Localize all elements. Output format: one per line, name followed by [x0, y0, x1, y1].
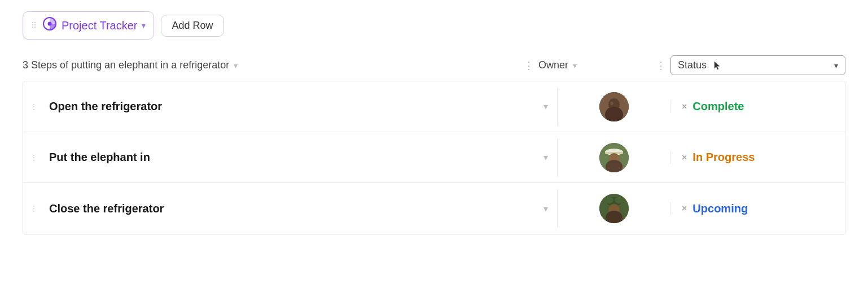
drag-handle-icon: ⠿ [31, 21, 37, 30]
cursor-icon [713, 60, 721, 71]
owner-column-header[interactable]: Owner ▾ [538, 59, 651, 71]
task-table: ⋮ Open the refrigerator ▾ × Complete ⋮ P… [23, 81, 845, 234]
project-tracker-label: Project Tracker [62, 19, 137, 32]
status-cell-2: × In Progress [670, 151, 845, 164]
avatar-1 [599, 92, 629, 121]
table-row: ⋮ Put the elephant in ▾ × In Progress [23, 132, 845, 183]
owner-cell-1 [557, 88, 670, 126]
add-row-label: Add Row [172, 20, 213, 32]
task-chevron-icon[interactable]: ▾ [234, 61, 238, 70]
status-clear-3[interactable]: × [682, 203, 687, 214]
task-name-3: Close the refrigerator [45, 202, 534, 215]
add-row-button[interactable]: Add Row [161, 15, 223, 37]
owner-column-label: Owner [538, 59, 568, 71]
table-row: ⋮ Open the refrigerator ▾ × Complete [23, 81, 845, 132]
row-drag-handle-icon[interactable]: ⋮ [23, 204, 45, 213]
status-chevron-icon[interactable]: ▾ [834, 61, 838, 70]
status-column-header[interactable]: Status ▾ [670, 55, 845, 75]
status-label-1[interactable]: Complete [692, 100, 744, 113]
status-cell-3: × Upcoming [670, 202, 845, 215]
task-column-dots-icon[interactable]: ⋮ [524, 59, 534, 72]
owner-column-dots-icon[interactable]: ⋮ [656, 59, 666, 72]
row-drag-handle-icon[interactable]: ⋮ [23, 153, 45, 162]
top-bar: ⠿ Project Tracker ▾ Add Row [23, 11, 845, 40]
avatar-3 [599, 194, 629, 223]
status-label-3[interactable]: Upcoming [692, 202, 748, 215]
chevron-down-icon: ▾ [142, 21, 146, 30]
svg-point-5 [610, 102, 613, 105]
project-tracker-button[interactable]: ⠿ Project Tracker ▾ [23, 11, 154, 40]
column-headers: 3 Steps of putting an elephant in a refr… [23, 55, 845, 81]
task-column-label: 3 Steps of putting an elephant in a refr… [23, 59, 229, 71]
status-clear-1[interactable]: × [682, 102, 687, 112]
owner-cell-3 [557, 189, 670, 228]
status-clear-2[interactable]: × [682, 153, 687, 163]
table-row: ⋮ Close the refrigerator ▾ × Upcoming [23, 183, 845, 234]
row-expand-chevron-2[interactable]: ▾ [534, 152, 557, 163]
task-name-2: Put the elephant in [45, 151, 534, 164]
svg-point-1 [48, 22, 52, 26]
status-cell-1: × Complete [670, 100, 845, 113]
owner-cell-2 [557, 138, 670, 177]
row-drag-handle-icon[interactable]: ⋮ [23, 102, 45, 111]
avatar-2 [599, 143, 629, 172]
tracker-icon [42, 16, 57, 34]
row-expand-chevron-1[interactable]: ▾ [534, 101, 557, 112]
status-label-2[interactable]: In Progress [692, 151, 755, 164]
status-column-label: Status [678, 59, 707, 71]
owner-chevron-icon[interactable]: ▾ [573, 61, 577, 70]
row-expand-chevron-3[interactable]: ▾ [534, 203, 557, 214]
task-column-header[interactable]: 3 Steps of putting an elephant in a refr… [23, 59, 519, 71]
task-name-1: Open the refrigerator [45, 100, 534, 113]
